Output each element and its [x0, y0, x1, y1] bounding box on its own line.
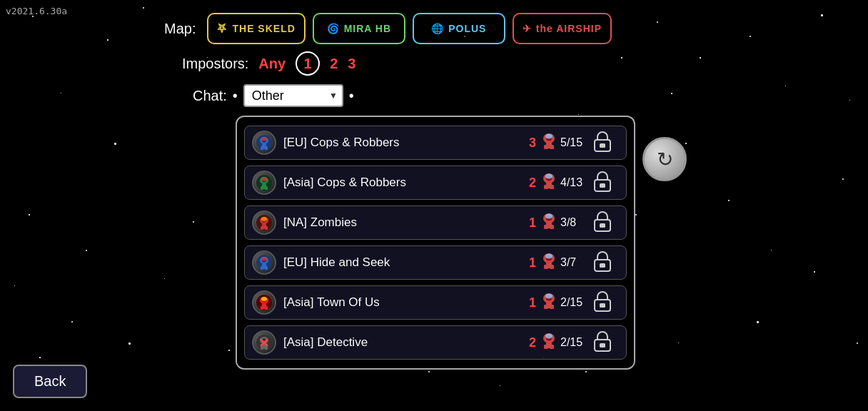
game-row[interactable]: [Asia] Detective 2 2/15: [244, 325, 627, 360]
game-icon: [252, 171, 276, 195]
svg-point-6: [261, 137, 267, 141]
game-list-container: [EU] Cops & Robbers 3 5/15 [Asia] Cops &…: [236, 116, 635, 370]
lock-icon: [592, 171, 619, 196]
game-name: [Asia] Town Of Us: [283, 295, 529, 310]
svg-rect-11: [550, 145, 554, 149]
svg-point-88: [545, 334, 552, 339]
map-btn-airship[interactable]: ✈ the AIRSHIP: [513, 13, 612, 44]
airship-label: the AIRSHIP: [536, 23, 602, 34]
game-impostors: 2: [529, 176, 536, 191]
game-icon: [252, 210, 276, 235]
game-impostors: 1: [529, 255, 536, 270]
game-row[interactable]: [NA] Zombies 1 3/8: [244, 206, 627, 240]
chat-select[interactable]: Any Other English Spanish Korean Russian…: [243, 84, 343, 107]
svg-rect-49: [261, 266, 263, 270]
game-slots: 3/8: [560, 216, 587, 229]
skeld-icon: ⛧: [217, 23, 228, 34]
svg-rect-87: [550, 345, 554, 349]
game-impostors: 3: [529, 136, 536, 151]
player-icon: [540, 331, 557, 354]
back-button[interactable]: Back: [13, 365, 87, 398]
game-row[interactable]: [Asia] Cops & Robbers 2 4/13: [244, 166, 627, 200]
lock-icon: [592, 250, 619, 275]
map-btn-skeld[interactable]: ⛧ THE SKELD: [207, 13, 305, 44]
svg-rect-4: [261, 146, 263, 150]
game-name: [EU] Hide and Seek: [283, 255, 529, 270]
game-impostors: 1: [529, 215, 536, 230]
game-icon: [252, 330, 276, 355]
game-row[interactable]: [EU] Cops & Robbers 3 5/15: [244, 126, 627, 160]
svg-rect-65: [265, 306, 268, 310]
impostor-option-3[interactable]: 3: [348, 56, 355, 72]
svg-point-72: [545, 294, 552, 299]
game-slots: 2/15: [560, 296, 587, 309]
svg-rect-74: [600, 303, 605, 308]
svg-rect-56: [550, 265, 554, 269]
svg-point-27: [545, 174, 552, 179]
map-row: Map: ⛧ THE SKELD 🌀 MIRA HB 🌐 POLUS ✈ the…: [164, 13, 612, 44]
svg-rect-10: [544, 145, 548, 149]
game-name: [NA] Zombies: [283, 215, 529, 230]
mira-icon: 🌀: [327, 23, 340, 34]
polus-label: POLUS: [448, 23, 486, 34]
lock-icon: [592, 330, 619, 355]
game-icon: [252, 290, 276, 315]
map-btn-polus[interactable]: 🌐 POLUS: [413, 13, 505, 44]
svg-rect-35: [265, 226, 268, 230]
chat-row: Chat: • Any Other English Spanish Korean…: [193, 84, 354, 107]
game-name: [Asia] Detective: [283, 335, 529, 350]
svg-rect-90: [600, 343, 605, 347]
game-slots: 2/15: [560, 336, 587, 349]
svg-rect-19: [261, 186, 263, 190]
svg-point-21: [261, 177, 267, 181]
impostor-option-any[interactable]: Any: [258, 56, 286, 72]
game-slots: 3/7: [560, 256, 587, 269]
chat-dot-right: •: [349, 88, 354, 104]
svg-rect-29: [600, 183, 605, 188]
airship-icon: ✈: [523, 23, 532, 34]
game-name: [Asia] Cops & Robbers: [283, 176, 529, 190]
skeld-label: THE SKELD: [232, 23, 295, 34]
game-name: [EU] Cops & Robbers: [283, 136, 529, 150]
map-btn-mira[interactable]: 🌀 MIRA HB: [313, 13, 405, 44]
svg-rect-40: [544, 225, 548, 229]
chat-label: Chat:: [193, 88, 227, 104]
svg-rect-79: [261, 346, 263, 350]
svg-rect-26: [550, 185, 554, 189]
impostors-row: Impostors: Any 1 2 3: [182, 51, 355, 76]
svg-rect-80: [265, 346, 268, 350]
lock-icon: [592, 210, 619, 235]
player-icon: [540, 251, 557, 274]
game-slots: 5/15: [560, 136, 587, 149]
svg-rect-64: [261, 306, 263, 310]
svg-rect-86: [544, 345, 548, 349]
game-row[interactable]: [Asia] Town Of Us 1 2/15: [244, 285, 627, 320]
svg-point-12: [545, 134, 552, 139]
impostor-option-2[interactable]: 2: [330, 56, 338, 72]
polus-icon: 🌐: [431, 23, 444, 34]
impostors-label: Impostors:: [182, 56, 248, 72]
refresh-button[interactable]: ↻: [642, 137, 687, 181]
svg-rect-55: [544, 265, 548, 269]
svg-point-36: [261, 217, 267, 221]
svg-rect-20: [265, 186, 268, 190]
svg-point-66: [261, 297, 267, 301]
svg-rect-14: [600, 143, 605, 148]
svg-rect-5: [265, 146, 268, 150]
mira-label: MIRA HB: [344, 23, 391, 34]
svg-point-42: [545, 214, 552, 219]
impostor-option-1[interactable]: 1: [296, 51, 320, 76]
svg-point-57: [545, 254, 552, 259]
lock-icon: [592, 290, 619, 315]
game-impostors: 2: [529, 335, 536, 350]
chat-select-wrapper[interactable]: Any Other English Spanish Korean Russian…: [243, 84, 343, 107]
game-impostors: 1: [529, 295, 536, 310]
svg-rect-50: [265, 266, 268, 270]
player-icon: [540, 131, 557, 154]
svg-rect-59: [600, 263, 605, 268]
game-row[interactable]: [EU] Hide and Seek 1 3/7: [244, 245, 627, 280]
game-icon: [252, 131, 276, 155]
game-icon: [252, 250, 276, 275]
map-label: Map:: [164, 21, 196, 37]
player-icon: [540, 291, 557, 314]
